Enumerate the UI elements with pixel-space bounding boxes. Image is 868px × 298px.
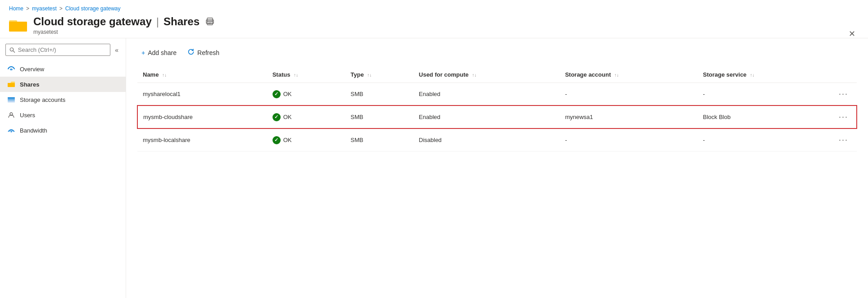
- add-icon: +: [141, 49, 145, 56]
- print-icon: [206, 18, 214, 26]
- header: Home > myasetest > Cloud storage gateway…: [0, 0, 868, 38]
- row3-status: OK: [267, 128, 345, 151]
- type-sort-icon: ↑↓: [367, 73, 372, 78]
- svg-point-8: [10, 47, 13, 50]
- row1-name: mysharelocal1: [137, 83, 267, 106]
- breadcrumb-home[interactable]: Home: [9, 5, 23, 12]
- storage-service-sort-icon: ↑↓: [750, 73, 754, 78]
- body-layout: « Overview Shar: [0, 38, 868, 298]
- section-title: Shares: [164, 15, 200, 28]
- row2-storage-account: mynewsa1: [559, 105, 697, 128]
- storage-account-sort-icon: ↑↓: [614, 73, 619, 78]
- app-container: Home > myasetest > Cloud storage gateway…: [0, 0, 868, 298]
- table-header: Name ↑↓ Status ↑↓ Type ↑↓ Used for com: [137, 67, 857, 83]
- search-input-wrapper: [5, 44, 110, 56]
- row2-more-button[interactable]: ···: [836, 111, 851, 123]
- page-title: Cloud storage gateway: [33, 15, 152, 28]
- shares-table: Name ↑↓ Status ↑↓ Type ↑↓ Used for com: [137, 67, 857, 151]
- sidebar-item-storage-accounts[interactable]: Storage accounts: [0, 92, 126, 107]
- row3-actions: ···: [831, 128, 857, 151]
- add-share-button[interactable]: + Add share: [137, 46, 181, 59]
- row3-type: SMB: [345, 128, 414, 151]
- main-content: + Add share Refresh: [126, 38, 868, 298]
- col-header-status[interactable]: Status ↑↓: [267, 67, 345, 83]
- svg-rect-13: [8, 99, 15, 101]
- svg-rect-6: [208, 23, 212, 23]
- row2-name: mysmb-cloudshare: [137, 105, 267, 128]
- title-row: Cloud storage gateway | Shares myasetest: [9, 15, 859, 35]
- sidebar-item-users-label: Users: [20, 112, 35, 119]
- row3-storage-account: -: [559, 128, 697, 151]
- status-ok-icon-3: [273, 136, 281, 144]
- svg-rect-12: [8, 97, 15, 99]
- svg-rect-14: [8, 101, 15, 102]
- row2-status-text: OK: [283, 114, 292, 120]
- row3-more-button[interactable]: ···: [836, 134, 851, 146]
- search-icon: [9, 47, 15, 53]
- row1-storage-service: -: [698, 83, 831, 106]
- breadcrumb: Home > myasetest > Cloud storage gateway: [9, 5, 859, 12]
- col-header-storage-service[interactable]: Storage service ↑↓: [698, 67, 831, 83]
- name-sort-icon: ↑↓: [162, 73, 167, 78]
- refresh-icon: [187, 48, 195, 57]
- sidebar-item-users[interactable]: Users: [0, 107, 126, 123]
- breadcrumb-cloud-storage-gateway[interactable]: Cloud storage gateway: [65, 5, 121, 12]
- refresh-label: Refresh: [197, 49, 219, 56]
- overview-icon: [7, 65, 15, 73]
- breadcrumb-myasetest[interactable]: myasetest: [32, 5, 57, 12]
- table-body: mysharelocal1 OK SMB Enabled - - ···: [137, 83, 857, 151]
- svg-rect-2: [9, 22, 27, 32]
- sidebar-item-storage-accounts-label: Storage accounts: [20, 96, 65, 103]
- sidebar-item-bandwidth[interactable]: Bandwidth: [0, 123, 126, 138]
- print-button[interactable]: [204, 16, 216, 28]
- svg-point-10: [10, 69, 13, 70]
- search-input[interactable]: [18, 46, 106, 53]
- col-header-name[interactable]: Name ↑↓: [137, 67, 267, 83]
- row2-storage-service: Block Blob: [698, 105, 831, 128]
- svg-rect-11: [8, 83, 15, 87]
- row3-name: mysmb-localshare: [137, 128, 267, 151]
- add-share-label: Add share: [148, 49, 177, 56]
- sidebar-item-overview[interactable]: Overview: [0, 61, 126, 77]
- row3-status-text: OK: [283, 137, 292, 143]
- close-button[interactable]: ✕: [845, 27, 859, 41]
- row2-type: SMB: [345, 105, 414, 128]
- table-row: mysharelocal1 OK SMB Enabled - - ···: [137, 83, 857, 106]
- breadcrumb-sep1: >: [26, 5, 29, 12]
- sidebar: « Overview Shar: [0, 38, 126, 298]
- row1-type: SMB: [345, 83, 414, 106]
- refresh-button[interactable]: Refresh: [183, 46, 224, 60]
- toolbar: + Add share Refresh: [137, 46, 857, 60]
- col-header-used-for-compute[interactable]: Used for compute ↑↓: [414, 67, 560, 83]
- status-ok-icon-2: [273, 113, 281, 121]
- main-title-row: Cloud storage gateway | Shares: [33, 15, 216, 28]
- col-header-storage-account[interactable]: Storage account ↑↓: [559, 67, 697, 83]
- table-row: mysmb-localshare OK SMB Disabled - -: [137, 128, 857, 151]
- sidebar-item-shares[interactable]: Shares: [0, 77, 126, 92]
- users-icon: [7, 111, 15, 119]
- row2-status: OK: [267, 105, 345, 128]
- row1-more-button[interactable]: ···: [836, 88, 851, 100]
- row1-compute: Enabled: [414, 83, 560, 106]
- title-separator: |: [156, 15, 159, 28]
- svg-rect-7: [208, 23, 210, 24]
- row3-compute: Disabled: [414, 128, 560, 151]
- breadcrumb-sep2: >: [59, 5, 63, 12]
- col-header-actions: [831, 67, 857, 83]
- title-text: Cloud storage gateway | Shares myasetest: [33, 15, 216, 35]
- col-header-type[interactable]: Type ↑↓: [345, 67, 414, 83]
- row3-storage-service: -: [698, 128, 831, 151]
- storage-accounts-icon: [7, 96, 15, 104]
- collapse-sidebar-button[interactable]: «: [113, 45, 120, 55]
- svg-point-16: [11, 131, 12, 133]
- status-sort-icon: ↑↓: [294, 73, 298, 78]
- row1-status-text: OK: [283, 91, 292, 97]
- search-box: «: [5, 44, 120, 56]
- subtitle: myasetest: [33, 29, 216, 35]
- table-row: mysmb-cloudshare OK SMB Enabled mynewsa1…: [137, 105, 857, 128]
- row2-compute: Enabled: [414, 105, 560, 128]
- sidebar-item-overview-label: Overview: [20, 66, 44, 73]
- sidebar-item-bandwidth-label: Bandwidth: [20, 127, 47, 134]
- bandwidth-icon: [7, 126, 15, 134]
- row1-storage-account: -: [559, 83, 697, 106]
